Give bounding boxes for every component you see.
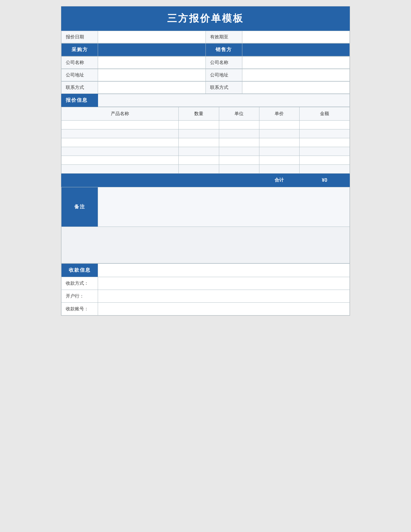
amount-cell	[299, 129, 350, 138]
buyer-address-value	[98, 69, 206, 81]
total-empty-1	[61, 174, 219, 187]
table-row	[61, 138, 350, 147]
total-empty-2	[219, 174, 259, 187]
unit-cell	[219, 129, 259, 138]
unit-price-cell	[259, 121, 299, 129]
quantity-cell	[179, 121, 219, 129]
seller-header: 销售方	[206, 44, 242, 56]
quantity-cell	[179, 138, 219, 147]
account-label: 收款账号：	[61, 303, 98, 315]
product-name-cell	[61, 121, 179, 129]
seller-contact-label: 联系方式	[206, 82, 242, 94]
seller-contact-value	[242, 82, 350, 94]
quote-date-value	[98, 31, 206, 43]
unit-price-cell	[259, 165, 299, 174]
payment-info-label: 收款信息	[61, 264, 98, 277]
company-name-table: 公司名称 公司名称	[61, 56, 350, 69]
party-header-table: 采购方 销售方	[61, 43, 350, 56]
invoice-container: 三方报价单模板 报价日期 有效期至 采购方 销售方 公司名称 公司名称 公司地址	[61, 6, 350, 316]
bank-value	[98, 290, 350, 303]
seller-company-name-label: 公司名称	[206, 57, 242, 69]
product-table: 产品名称 数量 单位 单价 金额	[61, 107, 350, 187]
amount-cell	[299, 138, 350, 147]
product-name-cell	[61, 165, 179, 174]
col-product-name: 产品名称	[61, 107, 179, 121]
unit-price-cell	[259, 129, 299, 138]
payment-info-header-value	[98, 264, 350, 277]
col-quantity: 数量	[179, 107, 219, 121]
seller-header-value	[242, 44, 350, 56]
contact-table: 联系方式 联系方式	[61, 81, 350, 94]
table-row	[61, 121, 350, 129]
quantity-cell	[179, 156, 219, 165]
payment-table: 收款信息 收款方式： 开户行： 收款账号：	[61, 263, 350, 315]
buyer-header-value	[98, 44, 206, 56]
quantity-cell	[179, 165, 219, 174]
buyer-contact-label: 联系方式	[61, 82, 98, 94]
col-unit: 单位	[219, 107, 259, 121]
total-label: 合计	[259, 174, 299, 187]
unit-cell	[219, 147, 259, 156]
valid-until-value	[242, 31, 350, 43]
amount-cell	[299, 165, 350, 174]
remarks-body	[61, 227, 350, 263]
quote-info-value	[98, 94, 350, 107]
remarks-content	[98, 187, 350, 227]
valid-until-label: 有效期至	[206, 31, 242, 43]
seller-address-value	[242, 69, 350, 81]
buyer-address-label: 公司地址	[61, 69, 98, 81]
col-unit-price: 单价	[259, 107, 299, 121]
table-row	[61, 165, 350, 174]
unit-price-cell	[259, 147, 299, 156]
col-amount: 金额	[299, 107, 350, 121]
table-row	[61, 156, 350, 165]
quote-info-header-table: 报价信息	[61, 94, 350, 107]
unit-price-cell	[259, 138, 299, 147]
unit-cell	[219, 138, 259, 147]
remarks-table: 备注	[61, 187, 350, 263]
unit-cell	[219, 165, 259, 174]
buyer-header: 采购方	[61, 44, 98, 56]
buyer-company-name-label: 公司名称	[61, 57, 98, 69]
seller-address-label: 公司地址	[206, 69, 242, 81]
total-value: ¥0	[299, 174, 350, 187]
quote-date-table: 报价日期 有效期至	[61, 31, 350, 43]
quantity-cell	[179, 147, 219, 156]
invoice-title: 三方报价单模板	[61, 6, 350, 31]
amount-cell	[299, 121, 350, 129]
unit-cell	[219, 121, 259, 129]
amount-cell	[299, 147, 350, 156]
product-name-cell	[61, 147, 179, 156]
bank-label: 开户行：	[61, 290, 98, 303]
quantity-cell	[179, 129, 219, 138]
remarks-label: 备注	[61, 187, 98, 227]
unit-cell	[219, 156, 259, 165]
amount-cell	[299, 156, 350, 165]
product-name-cell	[61, 138, 179, 147]
payment-method-label: 收款方式：	[61, 277, 98, 290]
product-name-cell	[61, 156, 179, 165]
product-name-cell	[61, 129, 179, 138]
unit-price-cell	[259, 156, 299, 165]
quote-info-label: 报价信息	[61, 94, 98, 107]
buyer-company-name-value	[98, 57, 206, 69]
quote-date-label: 报价日期	[61, 31, 98, 43]
table-row	[61, 147, 350, 156]
seller-company-name-value	[242, 57, 350, 69]
payment-method-value	[98, 277, 350, 290]
buyer-contact-value	[98, 82, 206, 94]
company-address-table: 公司地址 公司地址	[61, 69, 350, 81]
account-value	[98, 303, 350, 315]
table-row	[61, 129, 350, 138]
